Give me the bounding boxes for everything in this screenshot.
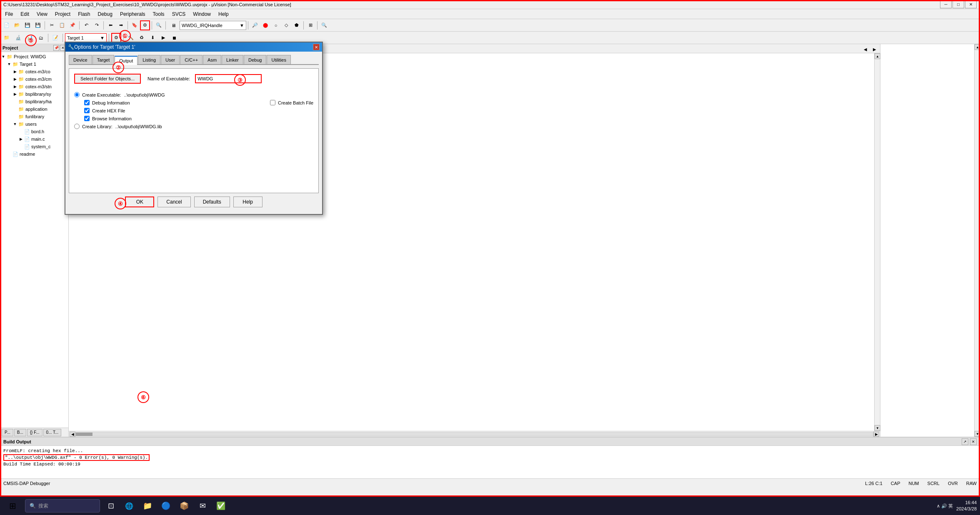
dialog-ok-button[interactable]: OK bbox=[125, 197, 154, 207]
dialog-tab-listing[interactable]: Listing bbox=[138, 55, 160, 64]
v-scroll-down[interactable]: ▼ bbox=[975, 431, 980, 437]
cut-button[interactable]: ✂ bbox=[47, 20, 57, 30]
tab-scroll-right[interactable]: ▶ bbox=[871, 45, 878, 53]
tree-item-application[interactable]: 📁 application bbox=[1, 105, 68, 113]
tree-item-project[interactable]: ▼ 📁 Project: WWDG bbox=[1, 53, 68, 60]
editor-v-down[interactable]: ▼ bbox=[875, 425, 880, 431]
taskbar-explorer[interactable]: 📁 bbox=[140, 498, 155, 513]
taskbar-search[interactable]: 🔍 搜索 bbox=[25, 499, 100, 513]
menu-file[interactable]: File bbox=[2, 10, 16, 19]
bookmark-button[interactable]: 🔖 bbox=[130, 20, 140, 30]
paste-button[interactable]: 📌 bbox=[68, 20, 78, 30]
tree-item-readme[interactable]: 📄 readme bbox=[1, 150, 68, 158]
taskbar-mail[interactable]: ✉ bbox=[195, 498, 210, 513]
dialog-close-button[interactable]: ✕ bbox=[313, 44, 320, 50]
dialog-tab-linker[interactable]: Linker bbox=[222, 55, 243, 64]
dialog-help-button[interactable]: Help bbox=[233, 197, 262, 207]
save-button[interactable]: 💾 bbox=[22, 20, 32, 30]
menu-svcs[interactable]: SVCS bbox=[169, 10, 189, 19]
redo-button[interactable]: ↷ bbox=[92, 20, 102, 30]
copy-button[interactable]: 📋 bbox=[57, 20, 67, 30]
create-batch-checkbox[interactable] bbox=[270, 100, 275, 105]
scroll-right-btn[interactable]: ▶ bbox=[873, 432, 879, 437]
tree-item-mainc[interactable]: ▶ 📄 main.c bbox=[1, 135, 68, 143]
create-executable-radio[interactable] bbox=[74, 92, 80, 97]
build-output-float[interactable]: ↗ bbox=[962, 438, 968, 445]
target-dropdown[interactable]: Target 1 ▼ bbox=[65, 33, 107, 42]
undo-button[interactable]: ↶ bbox=[81, 20, 91, 30]
nav-fwd-button[interactable]: ➡ bbox=[116, 20, 126, 30]
dialog-tab-output[interactable]: Output bbox=[115, 56, 138, 65]
right-scrollbar[interactable]: ▲ ▼ bbox=[974, 44, 980, 437]
menu-window[interactable]: Window bbox=[190, 10, 214, 19]
close-button[interactable]: ✕ bbox=[965, 1, 977, 8]
editor-vscrollbar[interactable]: ▲ ▼ bbox=[874, 53, 880, 431]
menu-flash[interactable]: Flash bbox=[75, 10, 93, 19]
tree-item-cotexm3co[interactable]: ▶ 📁 cotex-m3/co bbox=[1, 68, 68, 75]
panel-pin-button[interactable]: 📌 bbox=[53, 45, 59, 51]
dialog-tab-target[interactable]: Target bbox=[92, 55, 115, 64]
v-scroll-up[interactable]: ▲ bbox=[975, 44, 980, 50]
menu-debug[interactable]: Debug bbox=[95, 10, 116, 19]
breakpoint-button[interactable]: ⬟ bbox=[292, 20, 302, 30]
scroll-track[interactable] bbox=[75, 432, 873, 436]
save-all-button[interactable]: 💾 bbox=[33, 20, 43, 30]
taskbar-app1[interactable]: 📦 bbox=[177, 498, 192, 513]
tree-item-bsplib-sy[interactable]: ▶ 📁 bsplibrary/sy bbox=[1, 90, 68, 98]
menu-view[interactable]: View bbox=[33, 10, 51, 19]
select-folder-button[interactable]: Select Folder for Objects... bbox=[74, 74, 141, 84]
proj-tab-f[interactable]: {} F... bbox=[27, 429, 42, 436]
dialog-tab-debug[interactable]: Debug bbox=[244, 55, 266, 64]
build-button[interactable]: 🔨 bbox=[126, 33, 136, 43]
tree-item-users[interactable]: ▼ 📁 users bbox=[1, 120, 68, 128]
tab-scroll-left[interactable]: ◀ bbox=[862, 45, 869, 53]
t2-btn5[interactable]: 📝 bbox=[50, 33, 60, 43]
window-layout-button[interactable]: ⊞ bbox=[305, 20, 315, 30]
new-file-button[interactable]: 📄 bbox=[2, 20, 12, 30]
circle-button[interactable]: ○ bbox=[271, 20, 281, 30]
tree-item-cotexm3cm[interactable]: ▶ 📁 cotex-m3/cm bbox=[1, 75, 68, 83]
horizontal-scrollbar[interactable]: ◀ ▶ bbox=[69, 431, 880, 437]
proj-tab-t[interactable]: 0... T... bbox=[43, 429, 62, 436]
editor-v-track[interactable] bbox=[875, 59, 880, 425]
options-target-button[interactable]: ⚙ bbox=[111, 33, 121, 43]
nav-back-button[interactable]: ⬅ bbox=[105, 20, 115, 30]
dialog-tab-cc[interactable]: C/C++ bbox=[180, 55, 202, 64]
debug-info-checkbox[interactable] bbox=[84, 100, 90, 105]
t2-btn4[interactable]: 🗂 bbox=[36, 33, 46, 43]
minimize-button[interactable]: ─ bbox=[940, 1, 952, 8]
start-button[interactable]: ⊞ bbox=[3, 498, 22, 513]
proj-tab-p[interactable]: P... bbox=[2, 429, 13, 436]
zoom-button[interactable]: 🔍 bbox=[319, 20, 329, 30]
dialog-tab-device[interactable]: Device bbox=[69, 55, 92, 64]
stop-debug-button[interactable]: ⏹ bbox=[169, 33, 179, 43]
menu-project[interactable]: Project bbox=[52, 10, 74, 19]
open-button[interactable]: 📂 bbox=[12, 20, 22, 30]
menu-tools[interactable]: Tools bbox=[150, 10, 168, 19]
dialog-defaults-button[interactable]: Defaults bbox=[194, 197, 230, 207]
erase-button[interactable]: ◇ bbox=[281, 20, 291, 30]
dialog-tab-asm[interactable]: Asm bbox=[203, 55, 221, 64]
taskbar-browser[interactable]: 🔵 bbox=[158, 498, 173, 513]
search-icon[interactable]: 🔎 bbox=[250, 20, 260, 30]
dot-red-button[interactable]: ⬤ bbox=[260, 20, 270, 30]
create-library-radio[interactable] bbox=[74, 124, 80, 129]
editor-v-up[interactable]: ▲ bbox=[875, 53, 880, 59]
menu-help[interactable]: Help bbox=[215, 10, 232, 19]
tree-item-target1[interactable]: ▼ 📁 Target 1 bbox=[1, 60, 68, 68]
tree-item-systemc[interactable]: 📄 system_c bbox=[1, 143, 68, 150]
create-hex-checkbox[interactable] bbox=[84, 108, 90, 113]
menu-edit[interactable]: Edit bbox=[17, 10, 32, 19]
browse-info-checkbox[interactable] bbox=[84, 116, 90, 121]
taskbar-task-view[interactable]: ⊡ bbox=[103, 498, 118, 513]
dialog-tab-utilities[interactable]: Utilities bbox=[267, 55, 290, 64]
find-button[interactable]: 🔍 bbox=[154, 20, 164, 30]
proj-tab-b[interactable]: B... bbox=[14, 429, 26, 436]
t2-btn3[interactable]: 📊 bbox=[25, 33, 35, 43]
start-debug-button[interactable]: ▶ bbox=[158, 33, 168, 43]
tree-item-bsplib-ha[interactable]: 📁 bsplibrary/ha bbox=[1, 98, 68, 105]
taskbar-app2[interactable]: ✅ bbox=[213, 498, 228, 513]
scroll-left-btn[interactable]: ◀ bbox=[70, 432, 75, 437]
download-button[interactable]: ⬇ bbox=[148, 33, 158, 43]
rebuild-button[interactable]: ♻ bbox=[137, 33, 147, 43]
